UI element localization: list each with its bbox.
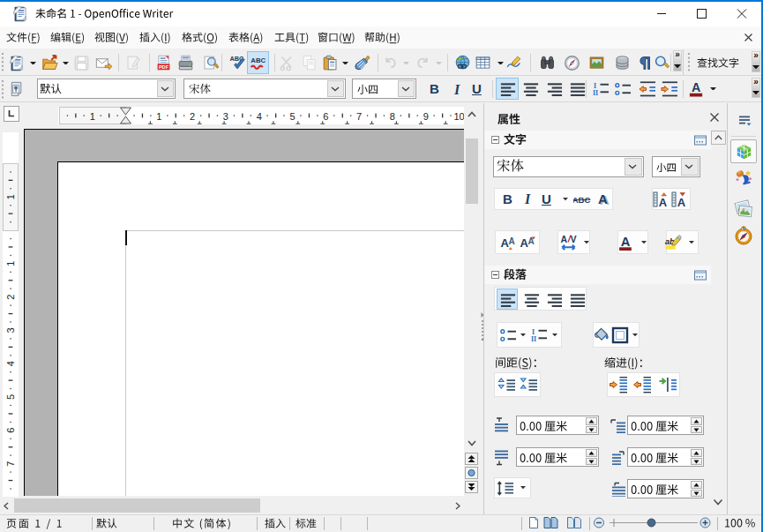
svg-text:1: 1 (5, 194, 16, 199)
svg-text:II: II (593, 89, 598, 97)
svg-text:3: 3 (223, 111, 228, 122)
svg-text:2: 2 (5, 295, 16, 300)
svg-text:A: A (620, 235, 630, 249)
svg-text:ABC: ABC (573, 194, 590, 204)
svg-text:4: 4 (5, 361, 16, 366)
svg-text:5: 5 (5, 394, 16, 400)
svg-text:1: 1 (90, 111, 95, 122)
svg-text:A: A (677, 195, 686, 208)
svg-text:A: A (509, 236, 515, 246)
svg-text:ABC: ABC (251, 56, 266, 64)
svg-text:7: 7 (356, 111, 362, 122)
svg-text:A: A (598, 191, 608, 206)
svg-text:8: 8 (390, 111, 395, 122)
svg-text:6: 6 (323, 111, 328, 122)
svg-text:N: N (742, 227, 744, 231)
svg-text:II: II (530, 335, 535, 343)
svg-text:4: 4 (257, 111, 262, 122)
svg-text:2: 2 (190, 111, 195, 122)
svg-text:7: 7 (5, 461, 16, 467)
svg-text:A: A (692, 80, 700, 94)
svg-text:3: 3 (5, 327, 16, 333)
svg-text:1: 1 (156, 111, 161, 122)
svg-text:PDF: PDF (159, 64, 169, 70)
svg-text:9: 9 (423, 111, 429, 122)
svg-text:10: 10 (453, 111, 464, 122)
svg-text:1: 1 (5, 261, 16, 266)
svg-text:A: A (659, 195, 668, 208)
svg-text:5: 5 (289, 111, 295, 122)
svg-text:A: A (560, 234, 567, 244)
svg-text:V: V (570, 234, 576, 244)
svg-text:6: 6 (5, 428, 16, 433)
